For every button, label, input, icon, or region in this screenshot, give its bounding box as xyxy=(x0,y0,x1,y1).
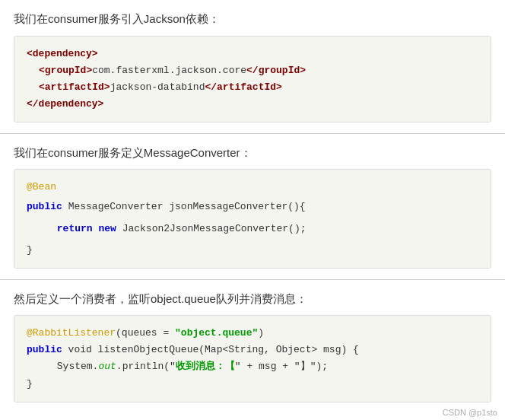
s2-line3: return new Jackson2JsonMessageConverter(… xyxy=(27,221,478,237)
section1-code: <dependency> <groupId>com.fasterxml.jack… xyxy=(14,36,491,123)
section3-title: 然后定义一个消费者，监听object.queue队列并消费消息： xyxy=(14,291,491,308)
s3-line1: @RabbitListener(queues = "object.queue") xyxy=(27,325,478,342)
keyword-return: return xyxy=(57,223,93,234)
chinese-msg: 收到消息：【 xyxy=(176,361,235,372)
queues-value: "object.queue" xyxy=(175,327,258,339)
artifactid-value: jackson-databind xyxy=(110,81,205,93)
system-class: System. xyxy=(57,361,99,372)
println-call: .println(" xyxy=(116,361,176,372)
closing-brace: } xyxy=(27,244,33,256)
method-sig: void listenObjectQueue(Map<String, Objec… xyxy=(62,344,359,355)
tag-artifactid-close: </artifactId> xyxy=(205,81,281,93)
s2-line4: } xyxy=(27,242,478,259)
code-line-3: <artifactId>jackson-databind</artifactId… xyxy=(27,79,478,96)
return-type: MessageConverter jsonMessageConverter(){ xyxy=(68,201,306,212)
tag-artifactid-open: <artifactId> xyxy=(39,81,110,93)
keyword-new2: new xyxy=(98,223,116,234)
section1-title: 我们在consumer服务引入Jackson依赖： xyxy=(14,11,491,28)
closing-brace2: } xyxy=(27,378,33,390)
s3-line3: System.out.println("收到消息：【" + msg + "】")… xyxy=(27,358,478,375)
s3-line4: } xyxy=(27,376,478,393)
queues-attr: (queues = xyxy=(116,327,175,339)
code-line-1: <dependency> xyxy=(27,46,478,62)
page-wrapper: 我们在consumer服务引入Jackson依赖： <dependency> <… xyxy=(0,0,505,420)
section2-title: 我们在consumer服务定义MessageConverter： xyxy=(14,145,491,162)
section3: 然后定义一个消费者，监听object.queue队列并消费消息： @Rabbit… xyxy=(0,280,505,413)
annotation-bean: @Bean xyxy=(27,181,56,192)
converter-class: Jackson2JsonMessageConverter(); xyxy=(122,223,306,234)
s3-line2: public void listenObjectQueue(Map<String… xyxy=(27,342,478,358)
section1: 我们在consumer服务引入Jackson依赖： <dependency> <… xyxy=(0,0,505,133)
s2-line1: @Bean xyxy=(27,179,478,196)
section2-code: @Bean public MessageConverter jsonMessag… xyxy=(14,169,491,268)
tag-groupid-close: </groupId> xyxy=(246,65,306,76)
concat-expr: " + msg + "】"); xyxy=(235,361,328,372)
groupid-value: com.fasterxml.jackson.core xyxy=(92,65,246,76)
code-line-4: </dependency> xyxy=(27,96,478,113)
tag-groupid-open: <groupId> xyxy=(39,65,92,76)
annotation-rabbitlistener: @RabbitListener xyxy=(27,327,116,339)
paren-close: ) xyxy=(258,327,264,339)
tag-dependency-close: </dependency> xyxy=(27,98,103,110)
tag-dependency-open: <dependency> xyxy=(27,48,98,59)
keyword-public2: public xyxy=(27,344,62,355)
section3-code: @RabbitListener(queues = "object.queue")… xyxy=(14,315,491,402)
watermark: CSDN @p1sto xyxy=(443,408,497,417)
keyword-public: public xyxy=(27,201,62,212)
section2: 我们在consumer服务定义MessageConverter： @Bean p… xyxy=(0,134,505,279)
code-line-2: <groupId>com.fasterxml.jackson.core</gro… xyxy=(27,62,478,79)
out-field: out xyxy=(98,361,116,372)
s2-line2: public MessageConverter jsonMessageConve… xyxy=(27,199,478,215)
